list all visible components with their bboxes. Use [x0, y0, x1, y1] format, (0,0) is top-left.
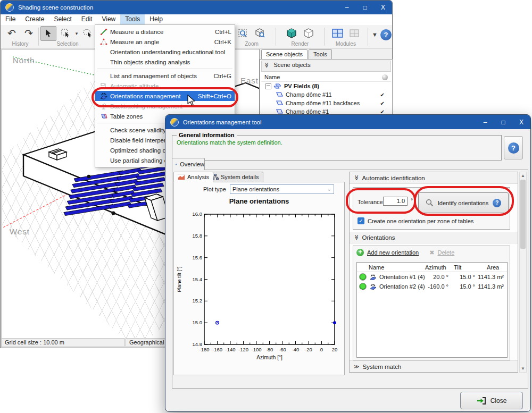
menu-tools[interactable]: Tools — [120, 14, 145, 25]
redo-button[interactable]: ↷ — [21, 27, 36, 40]
compass-east: East — [240, 76, 259, 85]
checkbox-label: Create one orientation per zone of table… — [368, 218, 473, 224]
orientations-header[interactable]: ≫ Orientations — [350, 232, 518, 243]
scroll-down-icon[interactable]: ▼ — [520, 365, 526, 372]
close-button-label: Close — [491, 397, 507, 404]
visibility-sphere-icon[interactable] — [382, 74, 388, 80]
tree-item[interactable]: Champ dôme #11✔ — [261, 90, 391, 99]
select-lasso-button[interactable] — [80, 27, 95, 40]
marquee-dropdown-arrow[interactable]: ▾ — [76, 31, 78, 36]
menu-edit[interactable]: Edit — [77, 14, 97, 25]
dialog-titlebar[interactable]: Orientations management tool – □ X — [165, 115, 530, 129]
tree-root-pv-fields[interactable]: PV Fields (8) — [261, 82, 391, 90]
scene-objects-header[interactable]: ≫ Scene objects — [261, 61, 391, 72]
menu-view[interactable]: View — [97, 14, 120, 25]
tree-collapse-icon[interactable] — [265, 83, 271, 89]
select-pointer-button[interactable] — [40, 26, 56, 41]
modules-grid-gray-icon — [350, 29, 359, 37]
auto-identification-header[interactable]: ≫ Automatic identification — [350, 172, 518, 184]
tolerance-input[interactable]: 1.0 — [383, 197, 408, 206]
tab-system-details[interactable]: System details — [207, 172, 263, 182]
menu-shortcut: Shift+Ctrl+O — [198, 93, 231, 99]
add-new-orientation-button[interactable]: Add new orientation — [367, 249, 419, 256]
active-radio-icon[interactable] — [359, 273, 367, 281]
grid-size-status: Grid cell size : 10.00 m — [1, 338, 124, 347]
scrollbar-thumb[interactable] — [520, 180, 526, 249]
zoom-3d-button[interactable] — [253, 27, 268, 40]
bar-chart-icon — [176, 161, 177, 167]
toolbar-separator — [276, 28, 276, 46]
main-titlebar[interactable]: Shading scene construction – □ X — [1, 1, 392, 14]
search-icon — [426, 199, 434, 207]
close-button[interactable]: X — [374, 4, 392, 11]
svg-text:14.8: 14.8 — [193, 341, 203, 347]
maximize-button[interactable]: □ — [356, 4, 374, 11]
menu-select[interactable]: Select — [49, 14, 76, 25]
zoom-window-button[interactable] — [236, 27, 251, 40]
orientation-tilt: 15.0 ° — [448, 274, 475, 280]
measure-distance-icon — [97, 28, 110, 36]
chart-title: Plane orientations — [174, 197, 344, 205]
active-radio-icon[interactable] — [359, 283, 367, 290]
identify-orientations-button[interactable]: Identify orientations ? — [418, 192, 509, 213]
cube-zoom-icon — [255, 28, 265, 38]
dialog-close-button[interactable]: X — [512, 119, 530, 126]
tab-overview[interactable]: Overview — [172, 158, 205, 170]
orientation-row[interactable]: Orientation #1 (4)20.0 °15.0 °1141.3 m² — [357, 272, 507, 282]
selection-label: Selection — [40, 41, 95, 47]
render-shaded-button[interactable] — [284, 27, 299, 40]
scroll-up-icon[interactable]: ▲ — [520, 172, 526, 179]
general-info-label: General information — [177, 132, 237, 138]
general-info-message: Orientations match the system definition… — [177, 139, 282, 146]
dialog-scrollbar[interactable]: ▲ ▼ — [519, 172, 527, 373]
system-match-header[interactable]: ≫ System match — [350, 360, 518, 372]
close-dialog-button[interactable]: Close — [460, 392, 523, 409]
add-icon: + — [356, 249, 364, 256]
undo-button[interactable]: ↶ — [4, 27, 19, 40]
compass-north: North — [13, 56, 35, 65]
dialog-help-button[interactable]: ? — [504, 136, 523, 159]
delete-button[interactable]: Delete — [437, 249, 454, 256]
identify-help-icon[interactable]: ? — [493, 199, 501, 207]
panel-tab-tools[interactable]: Tools — [309, 49, 332, 59]
dialog-title: Orientations management tool — [183, 119, 476, 125]
plot-svg: -180-160-140-120-100-80-60-40-2002014.81… — [174, 209, 345, 375]
menu-item-label: List and management of objects — [110, 73, 209, 79]
menu-create[interactable]: Create — [20, 14, 49, 25]
svg-text:Azimuth [°]: Azimuth [°] — [256, 355, 282, 360]
menu-item-list-and-management-of-objects[interactable]: List and management of objectsCtrl+G — [95, 71, 235, 81]
main-help-button[interactable]: ? — [380, 29, 392, 40]
menu-help[interactable]: Help — [145, 14, 168, 25]
panel-tab-scene-objects[interactable]: Scene objects — [261, 49, 307, 59]
modules-on-button[interactable] — [330, 27, 345, 40]
menu-item-thin-objects-shading-analysis[interactable]: Thin objects shading analysis — [95, 57, 235, 67]
menu-item-orientations-management[interactable]: Orientations managementShift+Ctrl+O — [95, 91, 235, 101]
lasso-select-icon — [82, 29, 93, 38]
name-column-header[interactable]: Name — [261, 73, 391, 82]
toolbar-overflow-arrow[interactable]: ▼ — [372, 31, 378, 38]
select-marquee-button[interactable] — [59, 27, 73, 40]
visible-check-icon[interactable]: ✔ — [380, 100, 385, 106]
tree-item[interactable]: Champ dôme #11 backfaces✔ — [261, 99, 391, 107]
menu-item-orientation-understanding-educational-to[interactable]: Orientation understanding educational to… — [95, 47, 235, 57]
render-wireframe-button[interactable] — [301, 27, 316, 40]
scatter-plot: -180-160-140-120-100-80-60-40-2002014.81… — [174, 209, 345, 375]
menu-item-measure-a-distance[interactable]: Measure a distanceCtrl+L — [95, 27, 235, 37]
menu-item-measure-an-angle[interactable]: Measure an angleCtrl+K — [95, 37, 235, 47]
tab-analysis[interactable]: Analysis — [173, 172, 213, 182]
modules-off-button[interactable] — [347, 27, 362, 40]
orientation-name: Orientation #1 (4) — [379, 274, 425, 280]
orientation-row[interactable]: Orientation #2 (4)-160.0 °15.0 °1141.3 m… — [357, 282, 507, 291]
wireframe-cube-icon — [303, 28, 314, 39]
one-orientation-per-zone-checkbox[interactable]: ✓ Create one orientation per zone of tab… — [358, 217, 473, 224]
menu-file[interactable]: File — [1, 14, 20, 25]
svg-text:-60: -60 — [279, 347, 286, 352]
visible-check-icon[interactable]: ✔ — [380, 109, 385, 115]
dialog-minimize-button[interactable]: – — [476, 119, 494, 126]
plot-type-combobox[interactable]: Plane orientations ⌄ — [230, 184, 334, 194]
orientations-label: Orientations — [362, 234, 395, 241]
minimize-button[interactable]: – — [338, 4, 356, 11]
visible-check-icon[interactable]: ✔ — [380, 92, 385, 98]
svg-text:15.0: 15.0 — [193, 319, 203, 325]
dialog-maximize-button[interactable]: □ — [494, 119, 512, 126]
